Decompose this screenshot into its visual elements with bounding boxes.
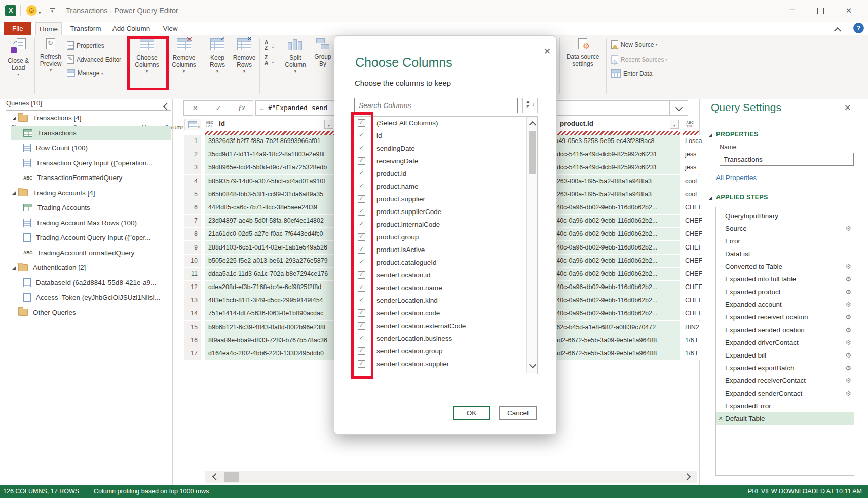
- query-list-item[interactable]: ◢ Trading Account Max Rows (100): [0, 216, 172, 231]
- scrollbar-thumb[interactable]: [224, 472, 239, 482]
- applied-step[interactable]: ✕ Expanded account ⚙: [716, 298, 854, 311]
- query-name-input[interactable]: [720, 153, 854, 166]
- query-list-item[interactable]: ◢ Trading Account Query Input ({"oper...: [0, 230, 172, 245]
- maximize-button[interactable]: [813, 4, 828, 17]
- column-list-item[interactable]: receivingDate: [354, 155, 537, 167]
- filter-icon-product-id[interactable]: ▾: [670, 120, 679, 129]
- scroll-left-icon[interactable]: [209, 471, 223, 483]
- cell-next-column[interactable]: CHEF: [683, 201, 702, 214]
- scroll-right-icon[interactable]: [680, 471, 694, 483]
- search-columns-input[interactable]: [354, 98, 518, 113]
- query-list-item[interactable]: ◢ Trading Accounts [4]: [0, 186, 172, 201]
- cell-product-id[interactable]: 5c40c-0a96-db02-9ebb-116d0b62b2...: [550, 255, 680, 267]
- cell-next-column[interactable]: CHEF: [683, 255, 702, 267]
- applied-step[interactable]: ✕ Converted to Table ⚙: [716, 260, 854, 273]
- applied-step[interactable]: ✕ Error ⚙: [716, 235, 854, 247]
- column-header-id[interactable]: id: [219, 120, 225, 127]
- applied-step[interactable]: ✕ Default Table ⚙: [716, 412, 854, 425]
- recent-sources-button[interactable]: ◷Recent Sources ▾: [611, 55, 668, 64]
- cell-next-column[interactable]: CHEF: [683, 241, 702, 254]
- step-settings-gear-icon[interactable]: ⚙: [843, 288, 854, 296]
- step-settings-gear-icon[interactable]: ⚙: [843, 225, 854, 232]
- applied-step[interactable]: ✕ Expanded senderLocation ⚙: [716, 324, 854, 336]
- row-number[interactable]: 1: [184, 135, 201, 148]
- delete-step-icon[interactable]: ✕: [716, 415, 725, 422]
- cell-next-column[interactable]: 1/6 F: [683, 347, 702, 360]
- manage-button[interactable]: Manage ▾: [67, 69, 103, 77]
- tree-expander-icon[interactable]: ◢: [12, 265, 18, 270]
- column-list-item[interactable]: senderLocation.id: [354, 269, 537, 281]
- applied-step[interactable]: ✕ DataList ⚙: [716, 247, 854, 260]
- cell-product-id[interactable]: 5c40c-0a96-db02-9ebb-116d0b62b2...: [550, 241, 680, 254]
- close-and-load-button[interactable]: → Close & Load▾: [4, 38, 32, 77]
- column-list-item[interactable]: senderLocation.business: [354, 332, 537, 345]
- cell-next-column[interactable]: Losca: [683, 135, 702, 148]
- scrollbar-thumb[interactable]: [529, 131, 536, 174]
- enter-data-button[interactable]: Enter Data: [611, 69, 652, 78]
- query-list-item[interactable]: ◢ TransactionFormattedQuery: [0, 170, 172, 186]
- column-list-item[interactable]: product.name: [354, 180, 537, 193]
- applied-step[interactable]: ✕ Expanded receiverLocation ⚙: [716, 311, 854, 324]
- query-list-item[interactable]: ◢ Trading Accounts: [0, 200, 172, 216]
- cell-next-column[interactable]: CHEF: [683, 268, 702, 280]
- applied-step[interactable]: ✕ Expanded exportBatch ⚙: [716, 362, 854, 374]
- query-list-item[interactable]: ◢ DatabaseId (6a2d8841-55d8-421e-a9...: [0, 275, 172, 291]
- refresh-preview-button[interactable]: ↻ Refresh Preview▾: [37, 38, 64, 73]
- ribbon-tab[interactable]: Add Column: [109, 22, 153, 35]
- group-by-button[interactable]: Group By: [311, 38, 334, 68]
- cell-next-column[interactable]: CHEF: [683, 215, 702, 227]
- applied-step[interactable]: ✕ Expanded product ⚙: [716, 286, 854, 298]
- cell-product-id[interactable]: 5c40c-0a96-db02-9ebb-116d0b62b2...: [550, 201, 680, 214]
- column-list-item[interactable]: senderLocation.supplier: [354, 358, 537, 370]
- applied-step[interactable]: ✕ Expanded bill ⚙: [716, 349, 854, 362]
- step-settings-gear-icon[interactable]: ⚙: [843, 263, 854, 270]
- ribbon-tab[interactable]: Transform: [66, 22, 105, 35]
- select-all-columns-icon[interactable]: ▾: [184, 119, 201, 130]
- tree-expander-icon[interactable]: ◢: [12, 116, 18, 121]
- smiley-dropdown-icon[interactable]: ▾: [39, 10, 41, 15]
- applied-step[interactable]: ✕ Expanded senderContact ⚙: [716, 387, 854, 400]
- query-list-item[interactable]: ◢ Authentication [2]: [0, 260, 172, 275]
- cell-next-column[interactable]: CHEF: [683, 281, 702, 294]
- ribbon-tab[interactable]: View: [157, 22, 183, 35]
- sort-columns-button[interactable]: AZ↓: [522, 98, 538, 113]
- column-list-item[interactable]: senderLocation.kind: [354, 294, 537, 307]
- cell-next-column[interactable]: CHEF: [683, 294, 702, 307]
- query-list-item[interactable]: ◢ Row Count (100): [0, 140, 172, 156]
- query-list-item[interactable]: ◢ Other Queries: [0, 305, 172, 321]
- cell-product-id[interactable]: 50dcc-5416-a49d-dcb9-825992c6f231: [550, 148, 680, 161]
- sidebar-divider[interactable]: [172, 99, 173, 485]
- cell-next-column[interactable]: cool: [683, 188, 702, 201]
- row-number[interactable]: 4: [184, 175, 201, 188]
- query-list-item[interactable]: ◢ Transactions [4]: [0, 111, 172, 126]
- ok-button[interactable]: OK: [453, 406, 490, 420]
- row-number[interactable]: 9: [184, 241, 201, 254]
- sort-descending-button[interactable]: ZA↓: [263, 55, 275, 67]
- column-list-item[interactable]: product.internalCode: [354, 218, 537, 231]
- help-icon[interactable]: ?: [853, 23, 864, 33]
- cell-product-id[interactable]: c062c-b45d-a1e8-68f2-a08f39c70472: [550, 321, 680, 334]
- formula-expand-icon[interactable]: [670, 100, 688, 116]
- column-list-item[interactable]: product.id: [354, 167, 537, 180]
- formula-accept-icon[interactable]: ✓: [207, 101, 231, 115]
- properties-button[interactable]: Properties: [67, 41, 104, 50]
- column-list-item[interactable]: product.catalogueId: [354, 256, 537, 269]
- applied-step[interactable]: ✕ ExpandedError ⚙: [716, 400, 854, 412]
- applied-step[interactable]: ✕ Expanded receiverContact ⚙: [716, 374, 854, 387]
- column-list-item[interactable]: senderLocation.name: [354, 281, 537, 294]
- cell-product-id[interactable]: f7a49-05e3-5258-5e95-ec43f28f8ac8: [550, 135, 680, 148]
- query-list-item[interactable]: ◢ Transactions: [0, 126, 172, 141]
- row-number[interactable]: 2: [184, 148, 201, 161]
- column-list-item[interactable]: senderLocation.code: [354, 307, 537, 319]
- status-profiling[interactable]: Column profiling based on top 1000 rows: [94, 488, 209, 495]
- row-number[interactable]: 15: [184, 321, 201, 334]
- keep-rows-button[interactable]: ✓ Keep Rows▾: [205, 38, 230, 74]
- step-settings-gear-icon[interactable]: ⚙: [843, 339, 854, 346]
- remove-rows-button[interactable]: ✕ Remove Rows▾: [231, 38, 257, 74]
- column-list-item[interactable]: product.isActive: [354, 243, 537, 256]
- dialog-vertical-scrollbar[interactable]: [526, 117, 538, 373]
- column-header-product-id[interactable]: product.id: [560, 120, 593, 127]
- cell-next-column[interactable]: CHEF: [683, 307, 702, 320]
- applied-step[interactable]: ✕ QueryInputBinary ⚙: [716, 209, 854, 222]
- cell-product-id[interactable]: 5c40c-0a96-db02-9ebb-116d0b62b2...: [550, 281, 680, 294]
